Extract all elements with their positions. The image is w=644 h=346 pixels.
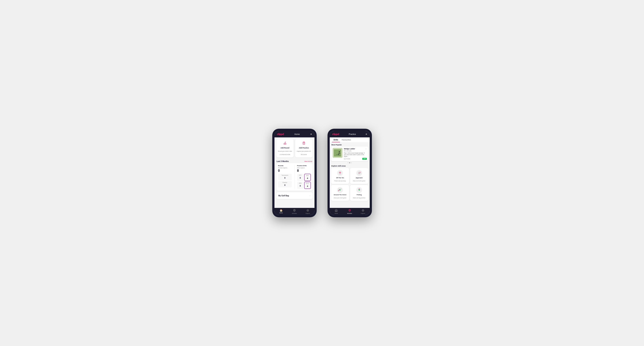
featured-title-row: Wedge Ladder ☆ bbox=[344, 148, 367, 150]
activities-nav-icon-2 bbox=[348, 209, 351, 212]
my-golf-bag[interactable]: My Golf Bag › bbox=[276, 192, 313, 199]
putt-value: 4 bbox=[307, 185, 308, 187]
ott-box: OTT 0 bbox=[297, 174, 304, 181]
nav-capture-2[interactable]: Capture bbox=[356, 209, 370, 214]
capture-nav-label-2: Capture bbox=[361, 213, 365, 214]
svg-point-42 bbox=[358, 190, 358, 191]
off-the-tee-name: Off The Tee bbox=[332, 177, 348, 178]
svg-point-5 bbox=[294, 210, 295, 211]
skill-putting[interactable]: Putting Make and lag practice bbox=[350, 185, 368, 201]
activities-nav-icon bbox=[293, 209, 296, 212]
featured-image bbox=[332, 148, 342, 158]
nav-activities-2[interactable]: Activities bbox=[343, 209, 356, 214]
arg-box: ARG 0 bbox=[297, 182, 304, 189]
approach-icon bbox=[356, 170, 362, 176]
practice-label: Practice bbox=[279, 182, 290, 183]
app-box: APP 4 bbox=[304, 174, 311, 181]
skill-around-green[interactable]: Around The Green Hone your short game bbox=[331, 185, 349, 201]
practice-drills-title: Practice Drills bbox=[297, 165, 311, 167]
menu-icon-2[interactable]: ≡ bbox=[366, 133, 367, 136]
tournament-label: Tournament bbox=[279, 175, 290, 176]
explore-label: Explore skill areas bbox=[330, 164, 370, 168]
dot-1 bbox=[348, 162, 348, 163]
featured-desc: Play 1 shot at each target yardage. If y… bbox=[344, 152, 367, 157]
bottom-nav-home: 🏠 Home Activities bbox=[274, 208, 314, 215]
add-round-card[interactable]: Add Round Record your shots in fast or e… bbox=[276, 139, 294, 158]
practice-drills-col: Practice Drills Drills Capture 8 OTT 0 A… bbox=[297, 165, 311, 189]
dot-3 bbox=[351, 162, 352, 163]
svg-point-43 bbox=[360, 190, 360, 191]
svg-point-10 bbox=[339, 151, 340, 152]
add-practice-card[interactable]: Add Practice Capture your practice off-t… bbox=[295, 139, 313, 158]
putt-box: PUTT 4 bbox=[304, 182, 311, 189]
dots-row bbox=[330, 161, 370, 164]
putt-label: PUTT bbox=[306, 183, 309, 184]
add-practice-desc: Capture your practice off-the-course bbox=[297, 151, 311, 155]
action-cards: Add Round Record your shots in fast or e… bbox=[274, 137, 314, 159]
app-header-practice: clippd Practice ≡ bbox=[330, 131, 370, 137]
tournament-box: Tournament 0 bbox=[278, 174, 292, 180]
add-round-desc: Record your shots in fast or enhanced mo… bbox=[278, 151, 292, 155]
svg-point-44 bbox=[349, 210, 350, 211]
my-golf-bag-title: My Golf Bag bbox=[278, 195, 289, 197]
svg-point-23 bbox=[340, 172, 340, 173]
rounds-col: Rounds Rounds Capture 0 Tournament 0 Pra… bbox=[278, 165, 292, 189]
svg-point-40 bbox=[358, 189, 359, 190]
tab-drills[interactable]: Drills bbox=[332, 137, 340, 142]
off-the-tee-desc: Power and accuracy bbox=[334, 180, 346, 181]
home-nav-icon-2 bbox=[335, 209, 338, 212]
chevron-right-icon: › bbox=[310, 194, 310, 197]
around-green-name: Around The Green bbox=[332, 194, 348, 196]
view-activity-link[interactable]: View Activity bbox=[304, 161, 312, 162]
nav-home[interactable]: 🏠 Home bbox=[274, 209, 288, 214]
featured-subtitle: 50–100 yds bbox=[344, 150, 367, 152]
add-round-icon bbox=[278, 141, 292, 146]
drills-grid: OTT 0 APP 4 ARG 0 bbox=[297, 174, 311, 189]
arg-label: ARG bbox=[298, 182, 302, 184]
capture-nav-icon-2 bbox=[362, 209, 364, 212]
putting-desc: Make and lag practice bbox=[353, 197, 365, 198]
app-logo-2: clippd bbox=[332, 133, 339, 136]
putting-icon bbox=[356, 187, 362, 193]
home-nav-label-2: Home bbox=[334, 213, 338, 214]
ott-label: OTT bbox=[298, 175, 302, 176]
skill-approach[interactable]: Approach Dial-in to hit the green bbox=[350, 168, 368, 184]
off-the-tee-icon bbox=[337, 170, 343, 176]
add-practice-title: Add Practice bbox=[296, 147, 311, 149]
practice-value: 0 bbox=[284, 184, 285, 186]
featured-title: Wedge Ladder bbox=[344, 148, 355, 150]
featured-footer: 9 shots APP bbox=[344, 158, 367, 160]
app-value: 4 bbox=[307, 177, 308, 179]
approach-name: Approach bbox=[352, 177, 367, 178]
putting-name: Putting bbox=[352, 194, 367, 196]
stats-row: Rounds Rounds Capture 0 Tournament 0 Pra… bbox=[278, 165, 311, 189]
star-icon[interactable]: ☆ bbox=[365, 148, 367, 150]
app-title-home: Home bbox=[294, 133, 300, 135]
featured-card[interactable]: Wedge Ladder ☆ 50–100 yds Play 1 shot at… bbox=[331, 147, 368, 161]
app-logo: clippd bbox=[277, 133, 284, 136]
skill-off-the-tee[interactable]: Off The Tee Power and accuracy bbox=[331, 168, 349, 184]
activity-section-header: Last 3 Months View Activity bbox=[274, 159, 314, 163]
arg-value: 0 bbox=[300, 185, 301, 187]
tab-favourites[interactable]: Favourites bbox=[340, 137, 353, 142]
drills-capture-label: Drills Capture bbox=[297, 167, 311, 169]
phone-home: clippd Home ≡ Add Round bbox=[272, 129, 317, 217]
app-title-practice: Practice bbox=[349, 133, 356, 135]
nav-home-2[interactable]: Home bbox=[330, 209, 343, 214]
bottom-nav-practice: Home Activities bbox=[330, 208, 370, 215]
most-popular-label: Most Popular bbox=[330, 143, 370, 147]
svg-point-36 bbox=[341, 189, 342, 189]
menu-icon[interactable]: ≡ bbox=[310, 133, 312, 136]
drills-total: 8 bbox=[297, 169, 311, 173]
nav-capture[interactable]: Capture bbox=[301, 209, 314, 214]
featured-info: Wedge Ladder ☆ 50–100 yds Play 1 shot at… bbox=[344, 148, 367, 160]
phone-practice: clippd Practice ≡ Drills Favourites Most… bbox=[328, 129, 372, 217]
dot-2 bbox=[349, 162, 350, 163]
home-nav-label: Home bbox=[279, 212, 283, 213]
home-nav-icon: 🏠 bbox=[280, 209, 282, 212]
rounds-title: Rounds bbox=[278, 165, 292, 167]
nav-activities[interactable]: Activities bbox=[288, 209, 301, 214]
add-practice-icon bbox=[296, 141, 311, 146]
svg-point-16 bbox=[344, 158, 346, 160]
svg-point-41 bbox=[360, 189, 360, 190]
